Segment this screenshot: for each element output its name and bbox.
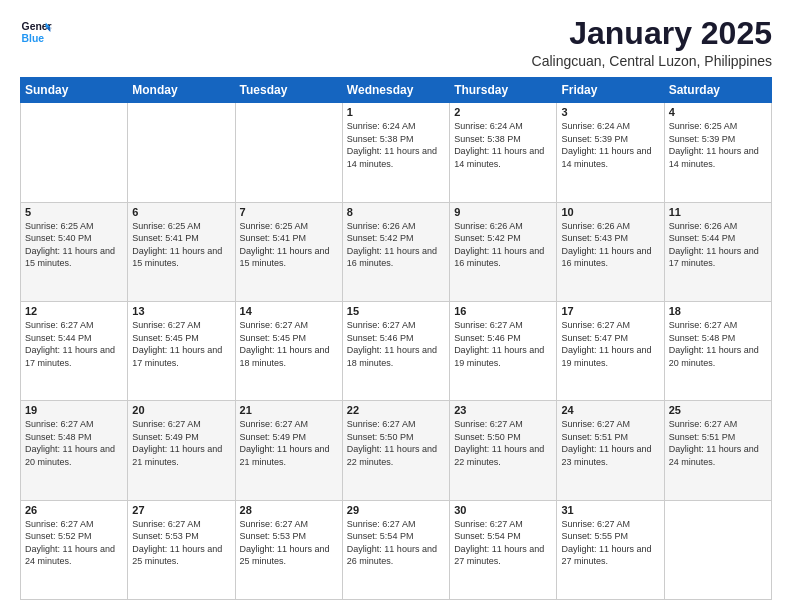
day-number: 15	[347, 305, 445, 317]
table-row: 22Sunrise: 6:27 AMSunset: 5:50 PMDayligh…	[342, 401, 449, 500]
table-row: 18Sunrise: 6:27 AMSunset: 5:48 PMDayligh…	[664, 301, 771, 400]
day-info: Sunrise: 6:27 AMSunset: 5:46 PMDaylight:…	[454, 319, 552, 369]
table-row: 17Sunrise: 6:27 AMSunset: 5:47 PMDayligh…	[557, 301, 664, 400]
table-row: 4Sunrise: 6:25 AMSunset: 5:39 PMDaylight…	[664, 103, 771, 202]
table-row: 21Sunrise: 6:27 AMSunset: 5:49 PMDayligh…	[235, 401, 342, 500]
table-row: 12Sunrise: 6:27 AMSunset: 5:44 PMDayligh…	[21, 301, 128, 400]
day-info: Sunrise: 6:27 AMSunset: 5:44 PMDaylight:…	[25, 319, 123, 369]
calendar-week-row: 26Sunrise: 6:27 AMSunset: 5:52 PMDayligh…	[21, 500, 772, 599]
table-row: 11Sunrise: 6:26 AMSunset: 5:44 PMDayligh…	[664, 202, 771, 301]
table-row: 31Sunrise: 6:27 AMSunset: 5:55 PMDayligh…	[557, 500, 664, 599]
table-row: 15Sunrise: 6:27 AMSunset: 5:46 PMDayligh…	[342, 301, 449, 400]
table-row: 6Sunrise: 6:25 AMSunset: 5:41 PMDaylight…	[128, 202, 235, 301]
day-number: 1	[347, 106, 445, 118]
table-row: 30Sunrise: 6:27 AMSunset: 5:54 PMDayligh…	[450, 500, 557, 599]
day-info: Sunrise: 6:27 AMSunset: 5:46 PMDaylight:…	[347, 319, 445, 369]
day-number: 11	[669, 206, 767, 218]
day-info: Sunrise: 6:27 AMSunset: 5:51 PMDaylight:…	[669, 418, 767, 468]
day-info: Sunrise: 6:27 AMSunset: 5:48 PMDaylight:…	[25, 418, 123, 468]
table-row: 8Sunrise: 6:26 AMSunset: 5:42 PMDaylight…	[342, 202, 449, 301]
col-tuesday: Tuesday	[235, 78, 342, 103]
table-row	[128, 103, 235, 202]
subtitle: Calingcuan, Central Luzon, Philippines	[532, 53, 772, 69]
calendar-header-row: Sunday Monday Tuesday Wednesday Thursday…	[21, 78, 772, 103]
day-info: Sunrise: 6:24 AMSunset: 5:38 PMDaylight:…	[454, 120, 552, 170]
header: General Blue January 2025 Calingcuan, Ce…	[20, 16, 772, 69]
day-info: Sunrise: 6:27 AMSunset: 5:50 PMDaylight:…	[454, 418, 552, 468]
table-row: 5Sunrise: 6:25 AMSunset: 5:40 PMDaylight…	[21, 202, 128, 301]
day-info: Sunrise: 6:24 AMSunset: 5:39 PMDaylight:…	[561, 120, 659, 170]
day-number: 6	[132, 206, 230, 218]
table-row: 2Sunrise: 6:24 AMSunset: 5:38 PMDaylight…	[450, 103, 557, 202]
day-number: 18	[669, 305, 767, 317]
table-row: 14Sunrise: 6:27 AMSunset: 5:45 PMDayligh…	[235, 301, 342, 400]
table-row: 1Sunrise: 6:24 AMSunset: 5:38 PMDaylight…	[342, 103, 449, 202]
day-number: 9	[454, 206, 552, 218]
day-info: Sunrise: 6:27 AMSunset: 5:53 PMDaylight:…	[132, 518, 230, 568]
day-number: 26	[25, 504, 123, 516]
day-number: 28	[240, 504, 338, 516]
table-row: 9Sunrise: 6:26 AMSunset: 5:42 PMDaylight…	[450, 202, 557, 301]
day-number: 5	[25, 206, 123, 218]
day-info: Sunrise: 6:27 AMSunset: 5:51 PMDaylight:…	[561, 418, 659, 468]
table-row: 3Sunrise: 6:24 AMSunset: 5:39 PMDaylight…	[557, 103, 664, 202]
col-saturday: Saturday	[664, 78, 771, 103]
day-number: 24	[561, 404, 659, 416]
day-info: Sunrise: 6:25 AMSunset: 5:41 PMDaylight:…	[132, 220, 230, 270]
day-info: Sunrise: 6:26 AMSunset: 5:42 PMDaylight:…	[454, 220, 552, 270]
table-row: 25Sunrise: 6:27 AMSunset: 5:51 PMDayligh…	[664, 401, 771, 500]
day-number: 17	[561, 305, 659, 317]
day-info: Sunrise: 6:26 AMSunset: 5:43 PMDaylight:…	[561, 220, 659, 270]
svg-text:Blue: Blue	[22, 33, 45, 44]
table-row: 27Sunrise: 6:27 AMSunset: 5:53 PMDayligh…	[128, 500, 235, 599]
day-info: Sunrise: 6:27 AMSunset: 5:53 PMDaylight:…	[240, 518, 338, 568]
day-number: 20	[132, 404, 230, 416]
day-info: Sunrise: 6:27 AMSunset: 5:47 PMDaylight:…	[561, 319, 659, 369]
day-number: 2	[454, 106, 552, 118]
day-number: 10	[561, 206, 659, 218]
table-row: 13Sunrise: 6:27 AMSunset: 5:45 PMDayligh…	[128, 301, 235, 400]
day-number: 30	[454, 504, 552, 516]
table-row: 28Sunrise: 6:27 AMSunset: 5:53 PMDayligh…	[235, 500, 342, 599]
day-number: 22	[347, 404, 445, 416]
day-info: Sunrise: 6:26 AMSunset: 5:42 PMDaylight:…	[347, 220, 445, 270]
day-info: Sunrise: 6:25 AMSunset: 5:40 PMDaylight:…	[25, 220, 123, 270]
calendar-table: Sunday Monday Tuesday Wednesday Thursday…	[20, 77, 772, 600]
day-info: Sunrise: 6:27 AMSunset: 5:55 PMDaylight:…	[561, 518, 659, 568]
day-number: 23	[454, 404, 552, 416]
day-number: 7	[240, 206, 338, 218]
calendar-week-row: 12Sunrise: 6:27 AMSunset: 5:44 PMDayligh…	[21, 301, 772, 400]
table-row	[664, 500, 771, 599]
col-sunday: Sunday	[21, 78, 128, 103]
day-info: Sunrise: 6:25 AMSunset: 5:41 PMDaylight:…	[240, 220, 338, 270]
day-info: Sunrise: 6:26 AMSunset: 5:44 PMDaylight:…	[669, 220, 767, 270]
table-row	[235, 103, 342, 202]
logo: General Blue	[20, 16, 52, 48]
main-title: January 2025	[532, 16, 772, 51]
table-row: 19Sunrise: 6:27 AMSunset: 5:48 PMDayligh…	[21, 401, 128, 500]
day-info: Sunrise: 6:27 AMSunset: 5:48 PMDaylight:…	[669, 319, 767, 369]
table-row: 7Sunrise: 6:25 AMSunset: 5:41 PMDaylight…	[235, 202, 342, 301]
day-number: 29	[347, 504, 445, 516]
day-info: Sunrise: 6:27 AMSunset: 5:45 PMDaylight:…	[240, 319, 338, 369]
day-info: Sunrise: 6:27 AMSunset: 5:50 PMDaylight:…	[347, 418, 445, 468]
day-info: Sunrise: 6:27 AMSunset: 5:49 PMDaylight:…	[132, 418, 230, 468]
day-info: Sunrise: 6:27 AMSunset: 5:45 PMDaylight:…	[132, 319, 230, 369]
calendar-week-row: 19Sunrise: 6:27 AMSunset: 5:48 PMDayligh…	[21, 401, 772, 500]
day-number: 8	[347, 206, 445, 218]
table-row: 26Sunrise: 6:27 AMSunset: 5:52 PMDayligh…	[21, 500, 128, 599]
day-info: Sunrise: 6:25 AMSunset: 5:39 PMDaylight:…	[669, 120, 767, 170]
day-number: 12	[25, 305, 123, 317]
day-number: 19	[25, 404, 123, 416]
table-row	[21, 103, 128, 202]
table-row: 23Sunrise: 6:27 AMSunset: 5:50 PMDayligh…	[450, 401, 557, 500]
day-number: 27	[132, 504, 230, 516]
day-info: Sunrise: 6:27 AMSunset: 5:54 PMDaylight:…	[454, 518, 552, 568]
day-info: Sunrise: 6:24 AMSunset: 5:38 PMDaylight:…	[347, 120, 445, 170]
table-row: 20Sunrise: 6:27 AMSunset: 5:49 PMDayligh…	[128, 401, 235, 500]
table-row: 10Sunrise: 6:26 AMSunset: 5:43 PMDayligh…	[557, 202, 664, 301]
day-number: 13	[132, 305, 230, 317]
day-number: 25	[669, 404, 767, 416]
col-wednesday: Wednesday	[342, 78, 449, 103]
day-number: 31	[561, 504, 659, 516]
